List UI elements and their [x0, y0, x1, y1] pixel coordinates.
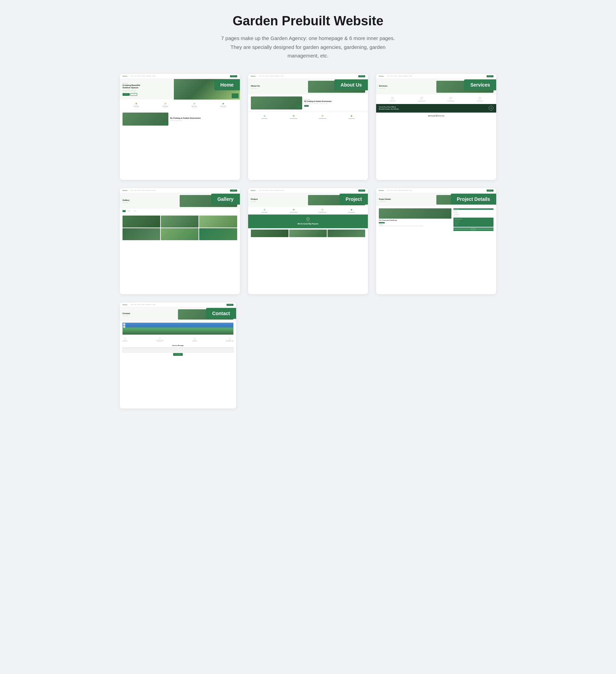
nav-link: Home: [259, 190, 261, 191]
pd-tags-list: Tree Trimming Garden Care Tree Planting …: [453, 208, 493, 217]
service-icon: 🌲: [350, 208, 353, 211]
pd-tag-text: Garden Care: [453, 210, 493, 212]
nav-link: About: [134, 190, 137, 191]
phone-icon: [124, 337, 126, 339]
bottom-grid: Contact Garden. Home About Services Proj…: [120, 302, 496, 409]
mockup-logo-gallery: Garden.: [123, 190, 128, 192]
service-icon: 🌿: [292, 115, 295, 117]
form-field-firstname[interactable]: [123, 347, 178, 349]
about-hero-breadcrumb: Home · About Us: [251, 88, 306, 89]
form-row-1: [123, 347, 233, 349]
pd-info-box: Project Information Project: Design LF L…: [453, 218, 493, 227]
contact-address: 548 Market St, AnywhereNew-Boston 0334: [156, 337, 164, 342]
service-icon: 🌿: [292, 208, 295, 211]
mockup-nav-links-pd: Home About Services Projects Project Det…: [387, 190, 485, 191]
gallery-item: [161, 216, 198, 228]
about-section-title: By Creating an Outdoor Environment: [304, 101, 365, 103]
filter-tab-garden[interactable]: Garden: [127, 210, 131, 212]
about-section-subtitle: Welcome to Garden: [304, 99, 365, 100]
gallery-grid: [120, 213, 240, 242]
filter-tab-terrace[interactable]: Terrace: [132, 210, 137, 212]
pd-left: Tree Trimming & Gardening Tree Trimming …: [379, 208, 451, 231]
form-submit-btn[interactable]: Send Message: [173, 353, 183, 356]
nav-link: About: [390, 190, 393, 191]
card-about[interactable]: About Us Garden. Home About Services Pro…: [248, 74, 368, 180]
hero-btn-secondary[interactable]: About Us: [130, 93, 137, 96]
nav-link: Contact: [152, 76, 155, 77]
nav-contact-btn-gallery[interactable]: Contact Us: [230, 190, 237, 192]
pd-hero-breadcrumb: Home · Project Details: [379, 201, 434, 202]
form-field-message[interactable]: [123, 350, 233, 352]
mockup-logo-pd: Garden.: [379, 190, 384, 192]
mockup-nav-about: Garden. Home About Services Projects Pro…: [248, 74, 368, 79]
pd-download-btn-2[interactable]: Download Index 2: [453, 229, 493, 231]
card-contact[interactable]: Contact Garden. Home About Services Proj…: [120, 302, 236, 409]
filter-tab-all[interactable]: All: [123, 210, 126, 212]
nav-link: Projects: [270, 190, 273, 191]
card-label-gallery: Gallery: [211, 194, 240, 205]
nav-contact-btn-pd[interactable]: Contact Us: [487, 190, 493, 192]
service-icon: 💧: [263, 115, 266, 117]
nav-contact-btn-services[interactable]: Contact Us: [487, 75, 493, 78]
services-circle: [420, 96, 423, 100]
map-zoom-out[interactable]: −: [123, 326, 125, 328]
card-home[interactable]: Home Garden. Home About Services Project…: [120, 74, 240, 180]
nav-link: Services: [137, 304, 141, 306]
hero-btn-primary[interactable]: Get Started: [123, 93, 130, 96]
services-icon-item: Water Garden: [379, 96, 406, 102]
contact-hours-text: Open: Thursday - 9AMFriday, Saturday - O…: [226, 340, 233, 342]
about-section-content: Welcome to Garden By Creating an Outdoor…: [304, 96, 365, 109]
map-zoom-in[interactable]: +: [123, 323, 125, 325]
services-icon-label: Landscape Design: [408, 101, 435, 102]
nav-contact-btn-project[interactable]: Contact Us: [358, 190, 365, 192]
pd-download-btn-1[interactable]: Download Index 1: [453, 228, 493, 229]
contact-info-row: (207) 555-0100(202) 555-0158 548 Market …: [120, 336, 236, 343]
nav-contact-btn-about[interactable]: Contact Us: [358, 75, 365, 78]
form-field-email[interactable]: [179, 347, 234, 349]
services-circle: [478, 96, 482, 100]
mockup-section: By Creating an Outdoor Environment Profe…: [120, 111, 240, 128]
mockup-nav-contact: Garden. Home About Services Projects Pro…: [120, 302, 236, 308]
gallery-hero-text: Gallery Home · Gallery: [123, 199, 178, 204]
about-explore-btn[interactable]: Explore: [304, 105, 309, 107]
nav-link: Projects: [270, 76, 273, 77]
nav-contact-btn-contact[interactable]: Contact Us: [227, 304, 233, 306]
pd-main-image: [379, 208, 451, 219]
service-item: 🌾 Water Garden Garden service: [180, 102, 208, 108]
gallery-item: [161, 228, 198, 240]
card-project[interactable]: Project Garden. Home About Services Proj…: [248, 188, 368, 294]
service-icon: 🌱: [321, 208, 324, 211]
nav-link: Contact: [409, 190, 412, 191]
card-label-project: Project: [339, 194, 368, 205]
service-icon: 🌾: [193, 102, 196, 105]
mockup-nav-links-gallery: Home About Services Projects Project Det…: [131, 190, 229, 191]
nav-link: Project Details: [146, 190, 151, 191]
card-project-details[interactable]: Project Details Garden. Home About Servi…: [376, 188, 496, 294]
contact-phone-text: (207) 555-0100(202) 555-0158: [123, 340, 127, 342]
nav-link: Contact: [152, 190, 155, 191]
contact-email: info.company@yourmail.com: [192, 337, 197, 342]
nav-link: About: [134, 304, 137, 306]
services-icons-row: Water Garden Landscape Design Land Maint…: [376, 94, 496, 104]
service-icon: 🌱: [321, 115, 324, 117]
card-gallery[interactable]: Gallery Garden. Home About Services Proj…: [120, 188, 240, 294]
nav-link: Projects: [398, 76, 401, 77]
gallery-hero-breadcrumb: Home · Gallery: [123, 202, 178, 204]
project-img: [328, 230, 365, 237]
pd-info-row: Project: Design LF: [454, 220, 492, 221]
nav-link: Home: [131, 304, 133, 306]
about-hero-title: About Us: [251, 85, 306, 87]
card-services[interactable]: Services Garden. Home About Services Pro…: [376, 74, 496, 180]
nav-link: About: [262, 190, 265, 191]
service-item: 🌱 Land Maintenance: [309, 115, 336, 119]
card-label-about: About Us: [334, 79, 368, 90]
mockup-nav-pd: Garden. Home About Services Projects Pro…: [376, 188, 496, 194]
service-name: Plant Solutions: [338, 118, 365, 119]
provide-title: We Provide Best For You: [379, 115, 493, 117]
mockup-logo-project: Garden.: [251, 190, 256, 192]
service-desc: Garden service: [180, 107, 208, 108]
nav-contact-btn[interactable]: Contact Us: [230, 75, 237, 78]
contact-phone: (207) 555-0100(202) 555-0158: [123, 337, 127, 342]
service-item: 🌿 Landscape Design: [280, 115, 307, 119]
preview-grid: Home Garden. Home About Services Project…: [120, 74, 496, 294]
